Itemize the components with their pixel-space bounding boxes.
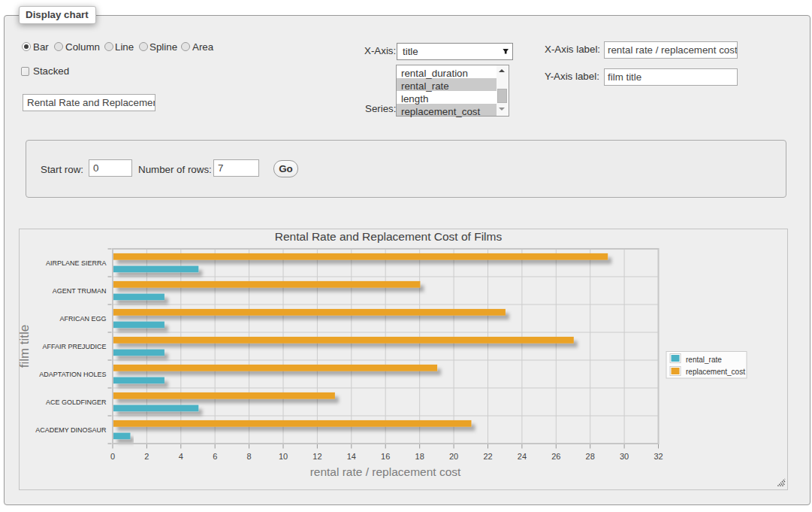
svg-text:AGENT TRUMAN: AGENT TRUMAN: [53, 287, 107, 295]
svg-text:rental rate / replacement cost: rental rate / replacement cost: [310, 465, 461, 478]
svg-text:AFRICAN EGG: AFRICAN EGG: [59, 315, 106, 323]
svg-text:28: 28: [586, 452, 595, 461]
svg-text:22: 22: [483, 452, 492, 461]
svg-text:32: 32: [654, 452, 663, 461]
svg-text:24: 24: [518, 452, 527, 461]
svg-text:16: 16: [381, 452, 390, 461]
svg-text:Rental Rate and Replacement Co: Rental Rate and Replacement Cost of Film…: [275, 230, 503, 243]
svg-text:ADAPTATION HOLES: ADAPTATION HOLES: [39, 371, 106, 378]
svg-text:10: 10: [279, 452, 288, 461]
svg-text:0: 0: [110, 452, 115, 461]
svg-text:4: 4: [179, 452, 183, 461]
svg-text:18: 18: [415, 452, 424, 461]
svg-text:12: 12: [312, 452, 321, 461]
svg-text:replacement_cost: replacement_cost: [686, 368, 745, 376]
svg-text:30: 30: [620, 452, 629, 461]
svg-text:14: 14: [347, 452, 356, 461]
svg-text:AIRPLANE SIERRA: AIRPLANE SIERRA: [46, 259, 107, 267]
svg-text:2: 2: [144, 452, 149, 461]
svg-text:26: 26: [551, 452, 560, 461]
svg-text:20: 20: [449, 452, 458, 461]
svg-text:8: 8: [247, 452, 252, 461]
svg-text:ACE GOLDFINGER: ACE GOLDFINGER: [46, 398, 107, 406]
svg-text:AFFAIR PREJUDICE: AFFAIR PREJUDICE: [42, 343, 106, 350]
svg-text:ACADEMY DINOSAUR: ACADEMY DINOSAUR: [35, 426, 107, 434]
svg-text:rental_rate: rental_rate: [686, 356, 722, 364]
svg-text:film title: film title: [19, 325, 32, 368]
svg-text:6: 6: [213, 452, 217, 461]
